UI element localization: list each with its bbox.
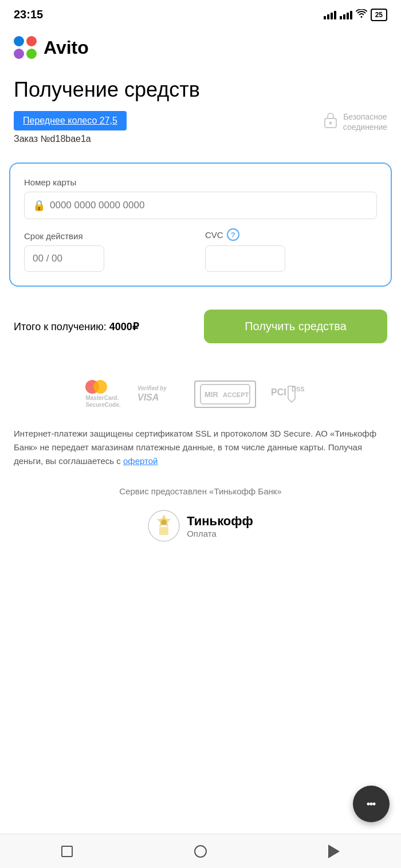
card-number-input[interactable] bbox=[50, 200, 368, 211]
svg-point-13 bbox=[370, 803, 373, 806]
signal-bar bbox=[347, 13, 349, 19]
svg-point-1 bbox=[329, 122, 332, 125]
mastercard-text: MasterCard.SecureCode. bbox=[85, 395, 120, 409]
card-number-label: Номер карты bbox=[24, 177, 377, 187]
card-number-section: Номер карты 🔒 bbox=[24, 177, 377, 219]
total-label: Итого к получению: 4000₽ bbox=[14, 321, 139, 332]
order-info-row: Переднее колесо 27,5 Заказ №d18bae1a Без… bbox=[0, 111, 401, 158]
signal-bar bbox=[350, 11, 352, 19]
logo-text: Avito bbox=[44, 37, 89, 58]
mc-circle-orange bbox=[93, 380, 107, 394]
cvc-help-button[interactable]: ? bbox=[227, 228, 239, 241]
order-number: Заказ №d18bae1a bbox=[14, 134, 127, 144]
back-icon bbox=[328, 845, 340, 858]
tinkoff-subtitle: Оплата bbox=[187, 529, 253, 538]
page-title: Получение средств bbox=[0, 64, 401, 111]
svg-point-12 bbox=[367, 803, 370, 806]
total-action-row: Итого к получению: 4000₽ Получить средст… bbox=[0, 300, 401, 357]
tinkoff-branding: Тинькофф Оплата bbox=[0, 501, 401, 560]
mir-accept-logo: MIR ACCEPT bbox=[194, 381, 256, 408]
status-bar: 23:15 25 bbox=[0, 0, 401, 27]
tinkoff-title: Тинькофф bbox=[187, 514, 253, 529]
signal-bar bbox=[334, 11, 336, 19]
lock-icon bbox=[323, 111, 339, 133]
mastercard-circles bbox=[85, 380, 107, 394]
svg-text:MIR: MIR bbox=[205, 390, 218, 399]
receive-funds-button[interactable]: Получить средства bbox=[204, 310, 387, 343]
cvc-label-row: CVC ? bbox=[205, 228, 377, 241]
mastercard-logo: MasterCard.SecureCode. bbox=[85, 380, 120, 409]
signal-bar bbox=[324, 16, 326, 19]
total-amount: 4000₽ bbox=[109, 321, 139, 332]
secure-text: Безопасноесоединение bbox=[343, 112, 387, 132]
expiry-label: Срок действия bbox=[24, 231, 196, 241]
status-icons: 25 bbox=[324, 9, 387, 21]
secure-badge: Безопасноесоединение bbox=[323, 111, 387, 133]
nav-square-button[interactable] bbox=[56, 840, 78, 863]
dot-purple bbox=[14, 49, 24, 59]
wifi-icon bbox=[356, 9, 367, 21]
oferta-link[interactable]: офертой bbox=[123, 456, 158, 466]
chat-button[interactable] bbox=[353, 786, 390, 822]
svg-point-11 bbox=[161, 520, 167, 525]
info-text: Интернет-платежи защищены сертификатом S… bbox=[0, 422, 401, 482]
signal-bar bbox=[331, 13, 333, 19]
payment-form-card: Номер карты 🔒 Срок действия CVC ? bbox=[9, 162, 392, 287]
svg-text:ACCEPT: ACCEPT bbox=[223, 391, 249, 398]
circle-icon bbox=[194, 845, 207, 858]
lock-small-icon: 🔒 bbox=[33, 199, 45, 212]
total-info: Итого к получению: 4000₽ bbox=[14, 320, 139, 333]
expiry-section: Срок действия bbox=[24, 231, 196, 272]
card-number-input-wrapper[interactable]: 🔒 bbox=[24, 192, 377, 219]
signal-bar bbox=[340, 16, 342, 19]
square-icon bbox=[61, 846, 73, 857]
svg-text:Verified by: Verified by bbox=[137, 385, 167, 391]
expiry-cvc-row: Срок действия CVC ? bbox=[24, 228, 377, 272]
nav-home-button[interactable] bbox=[189, 840, 212, 863]
svg-text:VISA: VISA bbox=[137, 393, 159, 402]
svg-point-14 bbox=[373, 803, 376, 806]
logo-area: Avito bbox=[0, 27, 401, 64]
nav-back-button[interactable] bbox=[323, 840, 345, 863]
tinkoff-emblem-icon bbox=[148, 510, 180, 542]
visa-verified-logo: Verified by VISA bbox=[135, 382, 180, 407]
svg-text:DSS: DSS bbox=[292, 386, 305, 393]
expiry-input[interactable] bbox=[24, 245, 104, 272]
svg-rect-10 bbox=[159, 527, 168, 535]
signal-bar bbox=[327, 14, 329, 19]
status-time: 23:15 bbox=[14, 8, 43, 21]
pci-dss-logo: PCI DSS bbox=[270, 383, 316, 406]
signal-bar bbox=[343, 14, 345, 19]
signal-bars-1 bbox=[324, 10, 336, 19]
cvc-section: CVC ? bbox=[205, 228, 377, 272]
battery-icon: 25 bbox=[371, 9, 387, 21]
item-link[interactable]: Переднее колесо 27,5 bbox=[14, 111, 127, 130]
signal-bars-2 bbox=[340, 10, 352, 19]
dot-red bbox=[26, 36, 37, 46]
logo-dots bbox=[14, 36, 37, 59]
cvc-label: CVC bbox=[205, 230, 223, 240]
order-left: Переднее колесо 27,5 Заказ №d18bae1a bbox=[14, 111, 127, 144]
security-logos-section: MasterCard.SecureCode. Verified by VISA … bbox=[0, 357, 401, 422]
svg-text:PCI: PCI bbox=[271, 387, 286, 397]
bottom-nav bbox=[0, 834, 401, 868]
provider-text: Сервис предоставлен «Тинькофф Банк» bbox=[0, 482, 401, 501]
dot-green bbox=[26, 49, 37, 59]
dot-blue bbox=[14, 36, 24, 46]
cvc-input[interactable] bbox=[205, 245, 285, 272]
tinkoff-name: Тинькофф Оплата bbox=[187, 514, 253, 538]
